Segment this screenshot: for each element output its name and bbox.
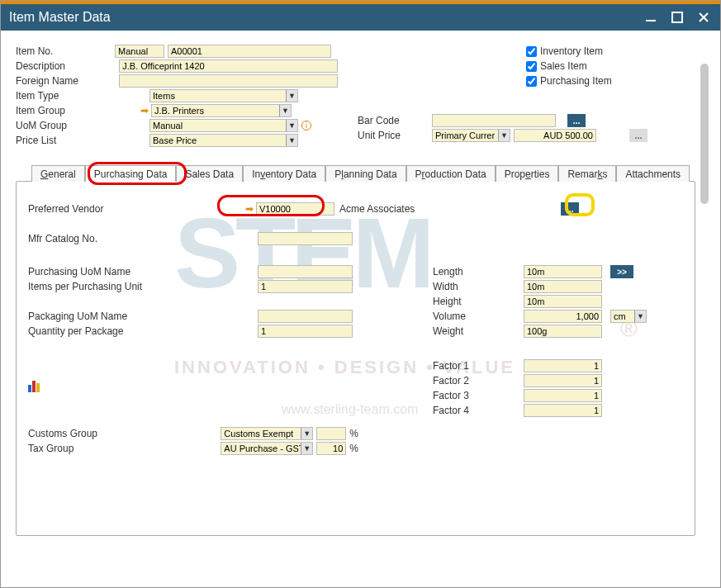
- tab-production-data[interactable]: Production Data: [406, 165, 496, 182]
- factor2-label: Factor 2: [433, 375, 524, 386]
- sales-item-checkbox[interactable]: [526, 61, 537, 72]
- window-title: Item Master Data: [9, 10, 633, 25]
- mfr-catalog-input[interactable]: [258, 232, 353, 245]
- factor4-label: Factor 4: [433, 405, 524, 416]
- highlight-vendor-field: [217, 195, 325, 216]
- purchasing-item-label: Purchasing Item: [540, 75, 612, 87]
- link-arrow-icon[interactable]: ➡: [138, 105, 151, 116]
- purchasing-uom-input[interactable]: [258, 265, 353, 278]
- unit-price-label: Unit Price: [358, 130, 432, 141]
- factor3-input[interactable]: [524, 389, 602, 402]
- items-per-unit-label: Items per Purchasing Unit: [28, 281, 258, 292]
- tax-group-label: Tax Group: [28, 443, 221, 454]
- length-input[interactable]: [524, 265, 602, 278]
- factor4-input[interactable]: [524, 404, 602, 417]
- pct-label: %: [349, 428, 358, 439]
- customs-group-label: Customs Group: [28, 428, 221, 439]
- pct-label: %: [349, 443, 358, 454]
- price-list-select[interactable]: [149, 134, 298, 147]
- expand-button[interactable]: >>: [610, 265, 633, 278]
- item-group-select[interactable]: [151, 104, 292, 117]
- sales-item-label: Sales Item: [540, 60, 587, 72]
- chevron-down-icon[interactable]: ▼: [279, 105, 291, 116]
- preferred-vendor-name: Acme Associates: [339, 203, 415, 215]
- tab-properties[interactable]: Properties: [496, 165, 559, 182]
- chevron-down-icon[interactable]: ▼: [286, 135, 297, 146]
- chevron-down-icon[interactable]: ▼: [301, 428, 312, 439]
- unit-price-browse-button[interactable]: ...: [629, 129, 647, 142]
- form-body: STEM INNOVATION • DESIGN • VALUE www.ste…: [1, 31, 710, 587]
- close-button[interactable]: [695, 9, 712, 26]
- price-list-label: Price List: [16, 135, 149, 146]
- height-label: Height: [433, 296, 524, 307]
- height-input[interactable]: [524, 295, 602, 308]
- chevron-down-icon[interactable]: ▼: [498, 130, 510, 141]
- width-label: Width: [433, 281, 524, 292]
- preferred-vendor-label: Preferred Vendor: [28, 203, 243, 215]
- tax-pct-input[interactable]: [316, 442, 346, 455]
- inventory-item-label: Inventory Item: [540, 45, 603, 57]
- customs-pct-input[interactable]: [316, 427, 346, 440]
- factor3-label: Factor 3: [433, 390, 524, 401]
- customs-group-select[interactable]: [221, 427, 313, 440]
- purchasing-uom-label: Purchasing UoM Name: [28, 266, 258, 277]
- item-no-input[interactable]: [168, 45, 331, 58]
- tax-group-select[interactable]: [221, 442, 313, 455]
- unit-price-input[interactable]: [514, 129, 596, 142]
- bar-code-input[interactable]: [432, 114, 556, 127]
- svg-rect-1: [672, 12, 682, 22]
- weight-label: Weight: [433, 325, 524, 337]
- bar-code-browse-button[interactable]: ...: [567, 114, 586, 127]
- tab-general[interactable]: General: [31, 165, 85, 182]
- bar-code-label: Bar Code: [358, 115, 432, 126]
- qty-per-pkg-input[interactable]: [258, 325, 353, 338]
- uom-group-select[interactable]: [149, 119, 298, 132]
- length-label: Length: [433, 266, 524, 277]
- chart-icon[interactable]: [28, 379, 43, 392]
- packaging-uom-label: Packaging UoM Name: [28, 311, 258, 322]
- item-type-select[interactable]: [149, 89, 298, 102]
- chevron-down-icon[interactable]: ▼: [634, 311, 646, 322]
- volume-label: Volume: [433, 311, 524, 322]
- info-icon[interactable]: i: [301, 121, 311, 130]
- description-label: Description: [16, 60, 119, 72]
- tab-remarks[interactable]: Remarks: [558, 165, 616, 182]
- foreign-name-input[interactable]: [119, 74, 338, 88]
- tab-attachments[interactable]: Attachments: [616, 165, 690, 182]
- chevron-down-icon[interactable]: ▼: [286, 90, 297, 102]
- tab-planning-data[interactable]: Planning Data: [325, 165, 406, 182]
- maximize-button[interactable]: [669, 9, 685, 26]
- mfr-catalog-label: Mfr Catalog No.: [28, 233, 258, 244]
- purchasing-item-checkbox[interactable]: [526, 76, 537, 87]
- qty-per-pkg-label: Quantity per Package: [28, 325, 258, 337]
- chevron-down-icon[interactable]: ▼: [301, 443, 312, 454]
- width-input[interactable]: [524, 280, 602, 293]
- highlight-browse-button: [565, 193, 595, 216]
- window: Item Master Data STEM INNOVATION • DESIG…: [0, 0, 721, 588]
- item-group-label: Item Group: [16, 105, 149, 116]
- foreign-name-label: Foreign Name: [16, 75, 119, 87]
- factor1-label: Factor 1: [433, 360, 524, 372]
- packaging-uom-input[interactable]: [258, 310, 353, 323]
- factor1-input[interactable]: [524, 359, 602, 372]
- items-per-unit-input[interactable]: [258, 280, 353, 293]
- scrollbar-thumb[interactable]: [700, 64, 709, 204]
- item-no-label: Item No.: [16, 45, 115, 57]
- tab-container: General Purchasing Data Sales Data Inven…: [16, 181, 695, 536]
- chevron-down-icon[interactable]: ▼: [286, 120, 297, 131]
- svg-rect-0: [646, 20, 656, 21]
- minimize-button[interactable]: [643, 9, 659, 26]
- inventory-item-checkbox[interactable]: [526, 46, 537, 57]
- weight-input[interactable]: [524, 325, 602, 338]
- volume-input[interactable]: [524, 310, 602, 323]
- titlebar: Item Master Data: [1, 1, 720, 31]
- item-type-label: Item Type: [16, 90, 149, 102]
- item-no-mode-select[interactable]: [115, 45, 164, 58]
- factor2-input[interactable]: [524, 374, 602, 387]
- tab-inventory-data[interactable]: Inventory Data: [243, 165, 325, 182]
- scrollbar[interactable]: [700, 64, 709, 584]
- description-input[interactable]: [119, 59, 338, 73]
- uom-group-label: UoM Group: [16, 120, 149, 131]
